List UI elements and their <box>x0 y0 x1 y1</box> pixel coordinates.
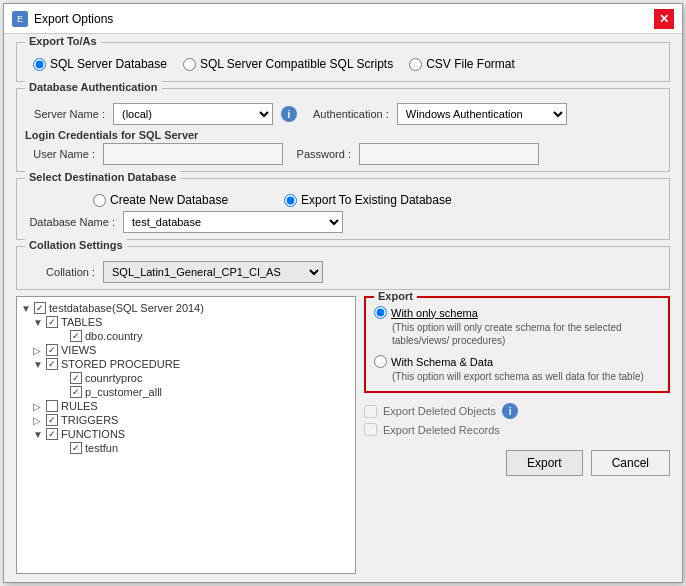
radio-sql-server-db[interactable]: SQL Server Database <box>33 57 167 71</box>
bottom-buttons: Export Cancel <box>364 450 670 476</box>
auth-select[interactable]: Windows Authentication SQL Server Authen… <box>397 103 567 125</box>
rules-checkbox[interactable] <box>46 400 58 412</box>
credentials-title: Login Credentials for SQL Server <box>25 129 661 141</box>
schema-only-option: With only schema (This option will only … <box>374 306 660 347</box>
views-checkbox[interactable] <box>46 344 58 356</box>
tree-item-views[interactable]: ▷ VIEWS <box>33 343 351 357</box>
export-options-window: E Export Options ✕ Export To/As SQL Serv… <box>3 3 683 583</box>
db-name-label: Database Name : <box>25 216 115 228</box>
cancel-button[interactable]: Cancel <box>591 450 670 476</box>
collation-select[interactable]: SQL_Latin1_General_CP1_CI_AS <box>103 261 323 283</box>
collation-row: Collation : SQL_Latin1_General_CP1_CI_AS <box>25 261 661 283</box>
tree-item-triggers[interactable]: ▷ TRIGGERS <box>33 413 351 427</box>
testfun-checkbox[interactable] <box>70 442 82 454</box>
triggers-checkbox[interactable] <box>46 414 58 426</box>
export-to-title: Export To/As <box>25 35 101 47</box>
close-button[interactable]: ✕ <box>654 9 674 29</box>
tree-item-functions[interactable]: ▼ FUNCTIONS <box>33 427 351 441</box>
schema-data-option: With Schema & Data (This option will exp… <box>374 355 660 383</box>
schema-data-row: With Schema & Data <box>374 355 660 368</box>
export-group-title: Export <box>374 290 417 302</box>
tree-root[interactable]: ▼ testdatabase(SQL Server 2014) <box>21 301 351 315</box>
db-name-row: Database Name : test_database <box>25 211 661 233</box>
deleted-objects-checkbox[interactable] <box>364 405 377 418</box>
password-label: Password : <box>291 148 351 160</box>
tree-item-counrtyproc[interactable]: counrtyproc <box>57 371 351 385</box>
destination-radio-row: Create New Database Export To Existing D… <box>25 193 661 207</box>
server-name-label: Server Name : <box>25 108 105 120</box>
deleted-section: Export Deleted Objects i Export Deleted … <box>364 399 670 440</box>
export-button[interactable]: Export <box>506 450 583 476</box>
db-auth-title: Database Authentication <box>25 81 162 93</box>
deleted-objects-row: Export Deleted Objects i <box>364 403 670 419</box>
dbo-country-checkbox[interactable] <box>70 330 82 342</box>
tree-item-dbo-country[interactable]: dbo.country <box>57 329 351 343</box>
tree-item-stored-proc[interactable]: ▼ STORED PROCEDURE <box>33 357 351 371</box>
deleted-records-label: Export Deleted Records <box>383 424 500 436</box>
schema-only-desc: (This option will only create schema for… <box>392 321 660 347</box>
credentials-row: User Name : Password : <box>25 143 661 165</box>
credentials-subgroup: Login Credentials for SQL Server User Na… <box>25 129 661 165</box>
tree-item-p-customer[interactable]: p_customer_alll <box>57 385 351 399</box>
title-bar: E Export Options ✕ <box>4 4 682 34</box>
password-input[interactable] <box>359 143 539 165</box>
deleted-objects-info-icon[interactable]: i <box>502 403 518 419</box>
tables-expand: ▼ <box>33 317 43 328</box>
db-name-select[interactable]: test_database <box>123 211 343 233</box>
content-area: Export To/As SQL Server Database SQL Ser… <box>4 34 682 582</box>
tree-level1: ▼ TABLES dbo.country ▷ V <box>33 315 351 455</box>
username-label: User Name : <box>25 148 95 160</box>
tables-checkbox[interactable] <box>46 316 58 328</box>
export-group: Export With only schema (This option wil… <box>364 296 670 393</box>
tree-level2-functions: testfun <box>57 441 351 455</box>
root-label: testdatabase(SQL Server 2014) <box>49 302 204 314</box>
radio-schema-data[interactable]: With Schema & Data <box>374 355 493 368</box>
radio-sql-compatible[interactable]: SQL Server Compatible SQL Scripts <box>183 57 393 71</box>
server-name-select[interactable]: (local) <box>113 103 273 125</box>
tree-level2-tables: dbo.country <box>57 329 351 343</box>
tree-level2-procs: counrtyproc p_customer_alll <box>57 371 351 399</box>
right-panel: Export With only schema (This option wil… <box>364 296 670 574</box>
server-info-icon[interactable]: i <box>281 106 297 122</box>
radio-create-new[interactable]: Create New Database <box>93 193 228 207</box>
radio-export-existing[interactable]: Export To Existing Database <box>284 193 452 207</box>
deleted-records-row: Export Deleted Records <box>364 423 670 436</box>
destination-db-group: Select Destination Database Create New D… <box>16 178 670 240</box>
tree-item-rules[interactable]: ▷ RULES <box>33 399 351 413</box>
counrtyproc-checkbox[interactable] <box>70 372 82 384</box>
db-auth-group: Database Authentication Server Name : (l… <box>16 88 670 172</box>
root-expand-icon: ▼ <box>21 303 31 314</box>
server-auth-row: Server Name : (local) i Authentication :… <box>25 103 661 125</box>
deleted-objects-label: Export Deleted Objects <box>383 405 496 417</box>
collation-group: Collation Settings Collation : SQL_Latin… <box>16 246 670 290</box>
deleted-records-checkbox[interactable] <box>364 423 377 436</box>
functions-checkbox[interactable] <box>46 428 58 440</box>
collation-label: Collation : <box>25 266 95 278</box>
window-icon: E <box>12 11 28 27</box>
tree-item-tables[interactable]: ▼ TABLES <box>33 315 351 329</box>
schema-data-desc: (This option will export schema as well … <box>392 370 660 383</box>
export-to-row: SQL Server Database SQL Server Compatibl… <box>25 53 661 75</box>
tree-panel: ▼ testdatabase(SQL Server 2014) ▼ TABLES <box>16 296 356 574</box>
lower-section: ▼ testdatabase(SQL Server 2014) ▼ TABLES <box>16 296 670 574</box>
schema-only-row: With only schema <box>374 306 660 319</box>
username-input[interactable] <box>103 143 283 165</box>
collation-title: Collation Settings <box>25 239 127 251</box>
radio-schema-only[interactable]: With only schema <box>374 306 478 319</box>
export-to-group: Export To/As SQL Server Database SQL Ser… <box>16 42 670 82</box>
destination-db-title: Select Destination Database <box>25 171 180 183</box>
p-customer-checkbox[interactable] <box>70 386 82 398</box>
tree-item-testfun[interactable]: testfun <box>57 441 351 455</box>
auth-label: Authentication : <box>313 108 389 120</box>
root-checkbox[interactable] <box>34 302 46 314</box>
radio-csv-format[interactable]: CSV File Format <box>409 57 515 71</box>
window-title: Export Options <box>34 12 113 26</box>
stored-proc-checkbox[interactable] <box>46 358 58 370</box>
